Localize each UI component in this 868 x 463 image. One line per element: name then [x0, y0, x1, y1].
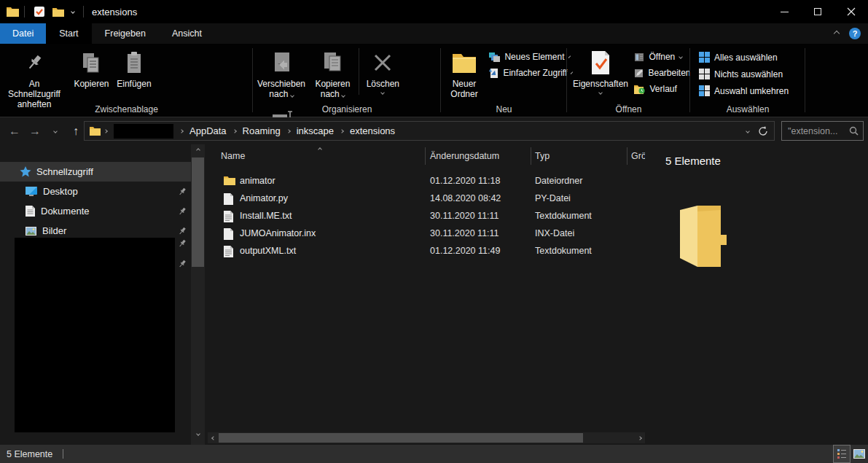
- sidebar-item-documents[interactable]: Dokumente: [0, 201, 191, 221]
- scroll-down-icon[interactable]: [191, 428, 205, 439]
- scrollbar-thumb[interactable]: [219, 433, 583, 443]
- file-list: Name Änderungsdatum Typ Größe animator 0…: [208, 144, 645, 445]
- copy-icon: [81, 47, 101, 79]
- tab-datei[interactable]: Datei: [0, 23, 46, 44]
- close-button[interactable]: [834, 0, 868, 23]
- file-row[interactable]: JUMOAnimator.inx 30.11.2020 11:11 INX-Da…: [208, 225, 645, 243]
- file-date: 30.11.2020 11:11: [430, 211, 499, 221]
- file-row[interactable]: Install.ME.txt 30.11.2020 11:11 Textdoku…: [208, 208, 645, 225]
- tab-start[interactable]: Start: [46, 23, 91, 44]
- back-button[interactable]: ←: [4, 121, 25, 141]
- tab-freigeben[interactable]: Freigeben: [92, 23, 159, 44]
- ribbon-group-open: Eigenschaften Öffnen Bearbeiten: [567, 44, 690, 117]
- status-separator: [63, 449, 63, 459]
- new-item-button[interactable]: Neues Element: [488, 51, 566, 63]
- breadcrumb-inkscape[interactable]: inkscape: [294, 125, 337, 136]
- address-dropdown-icon[interactable]: [746, 129, 750, 133]
- details-view-button[interactable]: [833, 445, 851, 463]
- group-label-select: Auswählen: [690, 104, 805, 114]
- preview-folder-icon: [677, 203, 730, 270]
- select-all-button[interactable]: Alles auswählen: [697, 51, 790, 63]
- sidebar-item-label: Schnellzugriff: [36, 166, 93, 177]
- column-header-name[interactable]: Name: [221, 151, 245, 161]
- scroll-left-icon[interactable]: [208, 432, 219, 443]
- column-header-size[interactable]: Größe: [631, 151, 645, 161]
- history-icon: [634, 85, 645, 94]
- file-name: JUMOAnimator.inx: [240, 228, 316, 238]
- sort-ascending-icon: [318, 147, 322, 152]
- breadcrumb-chevron: [179, 129, 184, 133]
- column-separator[interactable]: [531, 147, 531, 165]
- file-row[interactable]: outputXML.txt 01.12.2020 11:49 Textdokum…: [208, 243, 645, 260]
- redacted-sidebar-items: [15, 238, 175, 432]
- sidebar-scrollbar[interactable]: [191, 144, 205, 445]
- sidebar-item-label: Dokumente: [41, 206, 89, 217]
- column-header-type[interactable]: Typ: [535, 151, 550, 161]
- column-header-date[interactable]: Änderungsdatum: [430, 151, 499, 161]
- qat-properties-button[interactable]: [30, 4, 49, 19]
- chevron-down-icon: [53, 129, 58, 133]
- edit-button[interactable]: Bearbeiten: [633, 67, 689, 79]
- breadcrumb-extensions[interactable]: extensions: [347, 125, 398, 136]
- file-type: Textdokument: [535, 211, 592, 221]
- pin-icon: [178, 187, 187, 196]
- maximize-button[interactable]: [801, 0, 834, 23]
- breadcrumb-roaming[interactable]: Roaming: [240, 125, 284, 136]
- open-button[interactable]: Öffnen: [633, 51, 689, 63]
- move-to-button[interactable]: Verschieben nach: [256, 44, 307, 99]
- scroll-up-icon[interactable]: [191, 144, 205, 155]
- ribbon-collapse-icon[interactable]: [834, 31, 840, 36]
- file-row[interactable]: animator 01.12.2020 11:18 Dateiordner: [208, 173, 645, 190]
- breadcrumb-chevron: [286, 129, 291, 133]
- pin-icon: [25, 47, 44, 79]
- copy-button[interactable]: Kopieren: [71, 44, 111, 89]
- forward-button[interactable]: →: [25, 121, 45, 141]
- sidebar-item-quick-access[interactable]: Schnellzugriff: [0, 162, 191, 182]
- help-icon[interactable]: ?: [849, 28, 861, 39]
- qat-customize-dropdown[interactable]: [68, 9, 78, 15]
- up-button[interactable]: ↑: [66, 121, 86, 141]
- search-input[interactable]: [786, 125, 849, 137]
- scroll-right-icon[interactable]: [634, 432, 645, 443]
- paste-button[interactable]: Einfügen: [114, 44, 154, 89]
- main-area: Schnellzugriff Desktop Dokumente: [0, 144, 868, 445]
- refresh-icon[interactable]: [758, 126, 768, 136]
- scrollbar-thumb[interactable]: [192, 157, 204, 267]
- recent-locations-button[interactable]: [45, 121, 66, 141]
- select-none-button[interactable]: Nichts auswählen: [697, 68, 790, 80]
- history-button[interactable]: Verlauf: [633, 83, 689, 95]
- thumbnail-view-button[interactable]: [851, 445, 868, 463]
- file-icon: [224, 193, 233, 205]
- pin-icon: [178, 239, 187, 248]
- minimize-icon: [781, 12, 789, 12]
- delete-button[interactable]: Löschen: [362, 44, 403, 94]
- title-bar: extensions: [0, 0, 868, 23]
- copy-to-icon: [322, 47, 343, 79]
- properties-button[interactable]: Eigenschaften: [571, 44, 630, 94]
- location-folder-icon: [90, 126, 101, 136]
- qat-new-folder-button[interactable]: [49, 6, 68, 18]
- chevron-down-icon: [679, 55, 683, 59]
- sidebar-item-desktop[interactable]: Desktop: [0, 182, 191, 201]
- column-separator[interactable]: [627, 147, 627, 165]
- file-date: 01.12.2020 11:49: [430, 246, 500, 256]
- file-row[interactable]: Animator.py 14.08.2020 08:42 PY-Datei: [208, 190, 645, 208]
- invert-selection-button[interactable]: Auswahl umkehren: [697, 85, 790, 97]
- titlebar-separator: [83, 6, 84, 17]
- filelist-horizontal-scrollbar[interactable]: [208, 432, 645, 443]
- easy-access-icon: [489, 68, 498, 78]
- search-icon[interactable]: [849, 126, 859, 136]
- tab-ansicht[interactable]: Ansicht: [159, 23, 215, 44]
- paste-icon: [126, 47, 142, 79]
- pin-to-quick-access-button[interactable]: An Schnellzugriff anheften: [0, 44, 69, 109]
- breadcrumb-appdata[interactable]: AppData: [187, 125, 230, 136]
- address-field[interactable]: AppData Roaming inkscape extensions: [84, 121, 775, 141]
- new-folder-button[interactable]: NeuerOrdner: [444, 44, 485, 99]
- select-none-icon: [699, 69, 710, 79]
- sidebar-item-label: Desktop: [43, 186, 78, 197]
- column-separator[interactable]: [425, 147, 426, 165]
- easy-access-button[interactable]: Einfacher Zugriff: [488, 67, 566, 79]
- pictures-icon: [26, 227, 36, 236]
- minimize-button[interactable]: [767, 0, 801, 23]
- copy-to-button[interactable]: Kopieren nach: [310, 44, 355, 99]
